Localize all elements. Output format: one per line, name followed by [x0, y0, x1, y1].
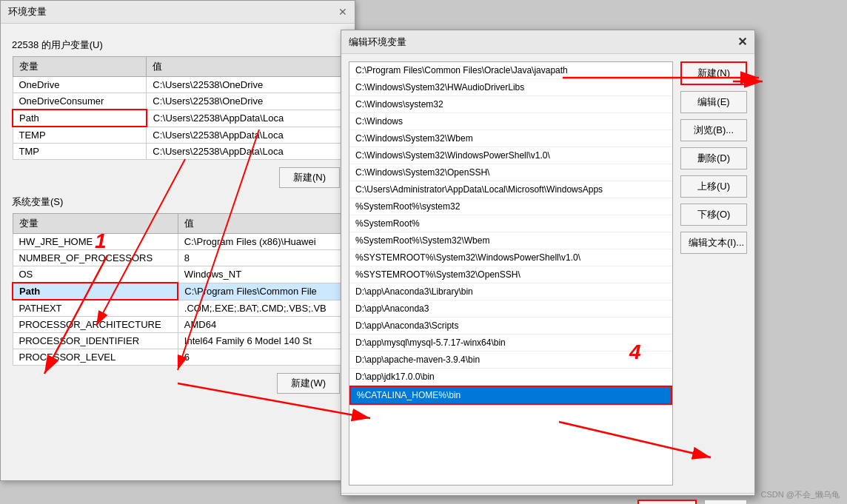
bg-content: 22538 的用户变量(U) 变量 值 OneDriveC:\Users\225… [1, 24, 355, 401]
sys-var-value: C:\Program Files\Common File [178, 283, 343, 300]
path-list-item[interactable]: D:\app\jdk17.0.0\bin [349, 369, 672, 386]
sys-col-val: 值 [178, 214, 343, 234]
user-var-value: C:\Users\22538\OneDrive [147, 77, 344, 93]
path-list-item[interactable]: C:\Windows [349, 113, 672, 130]
sys-var-value: C:\Program Files (x86)\Huawei [178, 234, 343, 250]
dialog-action-buttons: 新建(N) 编辑(E) 浏览(B)... 删除(D) 上移(U) 下移(O) 编… [680, 61, 747, 485]
move-down-button[interactable]: 下移(O) [680, 204, 747, 226]
sys-var-value: AMD64 [178, 317, 343, 333]
move-up-button[interactable]: 上移(U) [680, 175, 747, 198]
sys-var-name[interactable]: OS [13, 266, 178, 283]
user-col-val: 值 [147, 57, 344, 77]
cancel-button[interactable]: 取消 [704, 500, 747, 504]
path-list-item[interactable]: C:\Windows\system32 [349, 96, 672, 113]
sys-var-name[interactable]: HW_JRE_HOME [13, 234, 178, 250]
path-list-item[interactable]: %SystemRoot%\System32\Wbem [349, 232, 672, 249]
path-list-item[interactable]: C:\Windows\System32\HWAudioDriverLibs [349, 79, 672, 96]
system-section-title: 系统变量(S) [12, 195, 344, 209]
edit-text-button[interactable]: 编辑文本(I)... [680, 232, 747, 254]
sys-var-name[interactable]: Path [13, 283, 178, 300]
path-list-item[interactable]: %SystemRoot% [349, 215, 672, 232]
user-var-name: OneDriveConsumer [13, 93, 147, 110]
path-list-item[interactable]: C:\Program Files\Common Files\Oracle\Jav… [349, 62, 672, 79]
edit-dialog-title: 编辑环境变量 [349, 36, 406, 49]
user-var-value: C:\Users\22538\AppData\Loca [147, 127, 344, 144]
user-var-value: C:\Users\22538\OneDrive [147, 93, 344, 110]
user-buttons: 新建(N) [12, 167, 344, 188]
sys-var-value: .COM;.EXE;.BAT;.CMD;.VBS;.VB [178, 300, 343, 317]
system-new-button[interactable]: 新建(W) [277, 373, 340, 394]
user-col-var: 变量 [13, 57, 147, 77]
path-list-item[interactable]: D:\app\Anaconda3 [349, 300, 672, 317]
watermark: CSDN @不会_懒乌龟 [760, 489, 840, 500]
path-list-item[interactable]: C:\Users\Administrator\AppData\Local\Mic… [349, 181, 672, 198]
path-list-item[interactable]: D:\app\Anaconda3\Library\bin [349, 283, 672, 300]
path-list-item[interactable]: D:\app\apache-maven-3.9.4\bin [349, 352, 672, 369]
path-list-item[interactable]: %SYSTEMROOT%\System32\OpenSSH\ [349, 266, 672, 283]
new-path-button[interactable]: 新建(N) [680, 61, 747, 85]
edit-title-bar: 编辑环境变量 ✕ [341, 30, 754, 54]
sys-var-name[interactable]: PROCESSOR_ARCHITECTURE [13, 317, 178, 333]
browse-button[interactable]: 浏览(B)... [680, 119, 747, 141]
delete-button[interactable]: 删除(D) [680, 147, 747, 169]
path-list-item[interactable]: D:\app\Anaconda3\Scripts [349, 317, 672, 335]
confirm-button[interactable]: 确定 [637, 500, 697, 504]
sys-var-value: 6 [178, 349, 343, 366]
sys-var-value: Intel64 Family 6 Model 140 St [178, 333, 343, 349]
edit-env-dialog[interactable]: 编辑环境变量 ✕ C:\Program Files\Common Files\O… [341, 30, 755, 496]
sys-var-name[interactable]: NUMBER_OF_PROCESSORS [13, 250, 178, 266]
sys-var-value: Windows_NT [178, 266, 343, 283]
user-var-value: C:\Users\22538\AppData\Loca [147, 144, 344, 160]
bg-window-title: 环境变量 [8, 5, 47, 19]
user-var-name: TEMP [13, 127, 147, 144]
user-var-value: C:\Users\22538\AppData\Loca [147, 110, 344, 127]
sys-var-name[interactable]: PROCESSOR_LEVEL [13, 349, 178, 366]
env-variables-window[interactable]: 环境变量 ✕ 22538 的用户变量(U) 变量 值 OneDriveC:\Us… [0, 0, 355, 481]
path-list-item[interactable]: %CATALINA_HOME%\bin [349, 386, 672, 405]
user-var-table: 变量 值 OneDriveC:\Users\22538\OneDriveOneD… [12, 56, 344, 160]
path-list-item[interactable]: %SYSTEMROOT%\System32\WindowsPowerShell\… [349, 249, 672, 266]
user-new-button[interactable]: 新建(N) [279, 167, 340, 188]
sys-var-value: 8 [178, 250, 343, 266]
bg-close-button[interactable]: ✕ [338, 6, 347, 18]
system-var-table: 变量 值 HW_JRE_HOMEC:\Program Files (x86)\H… [12, 213, 344, 366]
path-list-item[interactable]: D:\app\mysql\mysql-5.7.17-winx64\bin [349, 335, 672, 352]
sys-var-name[interactable]: PROCESSOR_IDENTIFIER [13, 333, 178, 349]
user-section-title: 22538 的用户变量(U) [12, 38, 344, 52]
edit-close-button[interactable]: ✕ [737, 35, 747, 49]
user-var-name: OneDrive [13, 77, 147, 93]
path-list-item[interactable]: C:\Windows\System32\Wbem [349, 130, 672, 147]
user-var-name: Path [13, 110, 147, 127]
dialog-body: C:\Program Files\Common Files\Oracle\Jav… [341, 54, 754, 493]
path-list-item[interactable]: C:\Windows\System32\WindowsPowerShell\v1… [349, 147, 672, 164]
edit-path-button[interactable]: 编辑(E) [680, 91, 747, 113]
sys-col-var: 变量 [13, 214, 178, 234]
system-buttons: 新建(W) [12, 373, 344, 394]
path-list-item[interactable]: %SystemRoot%\system32 [349, 198, 672, 215]
path-list-item[interactable]: C:\Windows\System32\OpenSSH\ [349, 164, 672, 181]
path-list[interactable]: C:\Program Files\Common Files\Oracle\Jav… [349, 61, 673, 485]
bg-title-bar: 环境变量 ✕ [1, 1, 355, 24]
sys-var-name[interactable]: PATHEXT [13, 300, 178, 317]
dialog-bottom-buttons: 确定 取消 [341, 493, 754, 504]
user-var-name: TMP [13, 144, 147, 160]
